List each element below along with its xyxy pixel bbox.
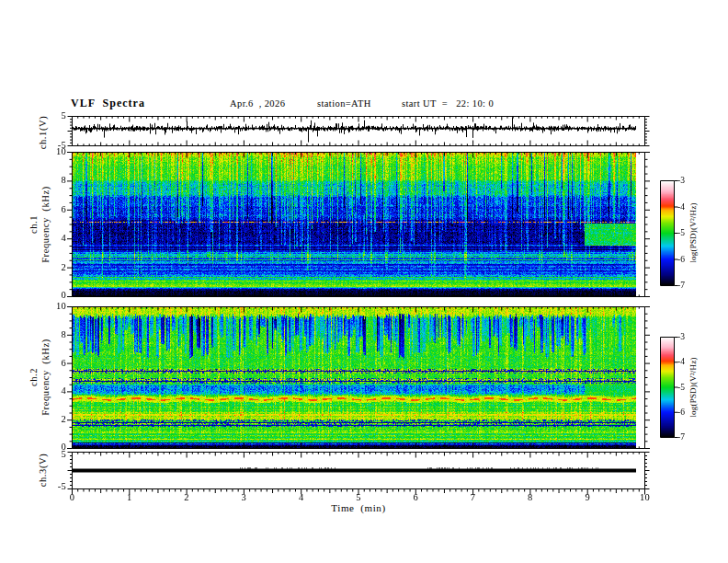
y-tick-label: 0 xyxy=(40,290,66,300)
axes-and-ticks xyxy=(0,0,728,563)
x-tick-label: 9 xyxy=(576,492,598,502)
colorbar2-tick-label: -7 xyxy=(677,432,685,442)
y-tick-label: -5 xyxy=(40,481,66,491)
colorbar1-tick-label: -5 xyxy=(677,228,685,237)
x-tick-label: 10 xyxy=(634,492,656,502)
y-tick-label: 8 xyxy=(40,175,66,185)
x-tick-label: 4 xyxy=(290,492,313,502)
y-tick-label: 5 xyxy=(40,110,66,121)
colorbar1-tick-label: -6 xyxy=(677,255,685,264)
vlf-spectra-figure: VLF Spectra Apr.6 , 2026 station=ATH sta… xyxy=(0,0,728,563)
y-tick-label: 10 xyxy=(40,301,66,311)
colorbar1-tick-label: -7 xyxy=(677,281,685,290)
colorbar2-tick-label: -5 xyxy=(677,383,685,392)
y-tick-label: 4 xyxy=(40,385,66,396)
x-tick-label: 6 xyxy=(404,492,427,502)
y-tick-label: 8 xyxy=(40,329,66,339)
x-tick-label: 8 xyxy=(519,492,541,502)
y-tick-label: 6 xyxy=(40,358,66,368)
y-tick-label: 4 xyxy=(40,233,66,243)
y-tick-label: -5 xyxy=(40,140,66,150)
y-tick-label: 6 xyxy=(40,204,66,214)
colorbar2-tick-label: -4 xyxy=(677,357,685,366)
y-tick-label: 5 xyxy=(40,449,66,459)
x-tick-label: 2 xyxy=(176,492,198,502)
x-tick-label: 0 xyxy=(62,492,84,502)
x-tick-label: 3 xyxy=(233,492,255,502)
y-tick-label: 2 xyxy=(40,414,66,424)
colorbar1-tick-label: -4 xyxy=(677,202,685,212)
tick-marks xyxy=(67,117,678,495)
colorbar2-tick-label: -6 xyxy=(677,408,685,417)
x-tick-label: 7 xyxy=(462,492,484,502)
colorbar2-tick-label: -3 xyxy=(677,332,685,341)
x-tick-label: 5 xyxy=(347,492,370,502)
colorbar1-tick-label: -3 xyxy=(677,176,685,185)
x-tick-label: 1 xyxy=(119,492,141,502)
y-tick-label: 2 xyxy=(40,262,66,272)
